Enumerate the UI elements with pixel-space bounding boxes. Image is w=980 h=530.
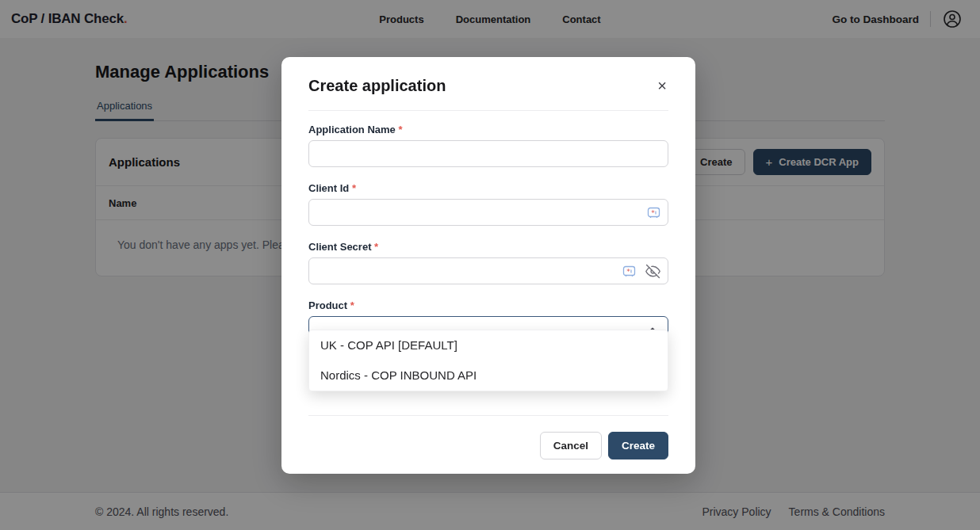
create-application-modal: Create application × Application Name * … [281,57,695,474]
modal-footer: Cancel Create [308,432,668,459]
required-asterisk: * [352,182,356,194]
application-name-input[interactable] [308,140,668,167]
product-option-nordics-cop-inbound-api[interactable]: Nordics - COP INBOUND API [309,360,668,391]
application-name-field: Application Name * [308,124,668,167]
client-secret-label: Client Secret * [308,241,668,253]
product-option-uk-cop-api[interactable]: UK - COP API [DEFAULT] [309,330,668,360]
cancel-button[interactable]: Cancel [540,432,602,459]
password-safe-icon[interactable]: * [647,206,660,219]
create-application-form: Application Name * Client Id * [308,124,668,343]
close-icon[interactable]: × [656,76,668,95]
password-safe-icon[interactable]: * [622,265,636,278]
product-options-dropdown: UK - COP API [DEFAULT] Nordics - COP INB… [308,330,668,391]
modal-header: Create application × [308,76,668,95]
client-id-label: Client Id * [308,182,668,194]
svg-text:*: * [626,267,630,275]
modal-footer-divider [308,415,668,416]
required-asterisk: * [398,124,402,135]
client-id-input[interactable] [308,199,668,226]
product-label: Product * [308,299,668,311]
modal-header-divider [308,110,668,111]
required-asterisk: * [374,241,378,253]
svg-text:*: * [651,208,655,216]
modal-create-button[interactable]: Create [608,432,668,459]
product-field: Product * UK - COP API [DEFAULT] Nordics… [308,299,668,343]
client-secret-input[interactable] [308,257,668,284]
client-secret-field: Client Secret * * [308,241,668,284]
modal-title: Create application [308,77,446,95]
application-name-label: Application Name * [308,124,668,135]
eye-off-icon[interactable] [645,264,660,279]
required-asterisk: * [350,299,354,311]
client-id-field: Client Id * * [308,182,668,226]
